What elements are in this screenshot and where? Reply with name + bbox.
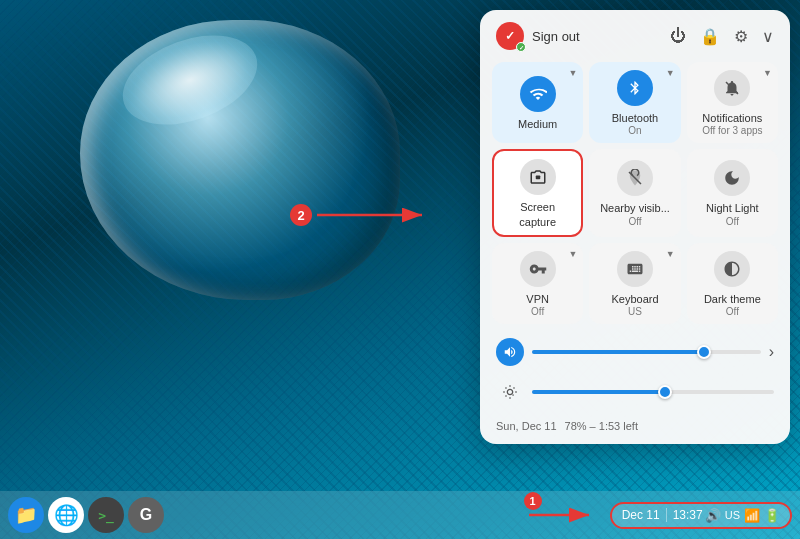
chevron-up-icon[interactable]: ∨ [762, 27, 774, 46]
wifi-dropdown-arrow[interactable]: ▼ [568, 68, 577, 78]
dark-theme-tile-label: Dark theme [704, 292, 761, 306]
taskbar: 📁 🌐 >_ G 1 Dec 11 13:37 [0, 491, 800, 539]
night-light-tile-sublabel: Off [726, 216, 739, 228]
brightness-slider-fill [532, 390, 665, 394]
files-app-icon[interactable]: 📁 [8, 497, 44, 533]
notifications-tile-icon [714, 70, 750, 106]
notifications-tile-label: Notifications [702, 111, 762, 125]
battery-date: Sun, Dec 11 [496, 420, 557, 432]
wifi-icon: 📶 [744, 508, 760, 523]
system-tray[interactable]: Dec 11 13:37 🔊 US 📶 🔋 [610, 502, 792, 529]
notifications-tile-sublabel: Off for 3 apps [702, 125, 762, 137]
tray-date: Dec 11 [622, 508, 660, 522]
sign-out-button[interactable]: Sign out [532, 29, 580, 44]
nearby-tile[interactable]: Nearby visib... Off [589, 149, 680, 237]
nearby-tile-icon [617, 160, 653, 196]
annotation-label-2: 2 [290, 204, 312, 226]
volume-expand-arrow[interactable]: › [769, 343, 774, 361]
brightness-slider-icon [496, 378, 524, 406]
wifi-tile-icon [520, 76, 556, 112]
battery-icon: 🔋 [764, 508, 780, 523]
brightness-slider-row [492, 374, 778, 410]
notifications-tile[interactable]: Notifications Off for 3 apps ▼ [687, 62, 778, 143]
nearby-tile-sublabel: Off [628, 216, 641, 228]
header-icons: ⏻ 🔒 ⚙ ∨ [670, 27, 774, 46]
volume-slider-track[interactable] [532, 350, 761, 354]
volume-slider-row: › [492, 334, 778, 370]
locale-label: US [725, 509, 740, 521]
keyboard-tile-sublabel: US [628, 306, 642, 318]
keyboard-tile[interactable]: Keyboard US ▼ [589, 243, 680, 324]
wifi-tile[interactable]: Medium ▼ [492, 62, 583, 143]
tray-time: 13:37 [673, 508, 703, 522]
svg-rect-3 [535, 176, 540, 180]
notifications-dropdown-arrow[interactable]: ▼ [763, 68, 772, 78]
keyboard-dropdown-arrow[interactable]: ▼ [666, 249, 675, 259]
brightness-slider-track[interactable] [532, 390, 774, 394]
annotation-2: 2 [290, 200, 432, 230]
quick-settings-panel: ✓ ✓ Sign out ⏻ 🔒 ⚙ ∨ Medium ▼ [480, 10, 790, 444]
volume-slider-thumb[interactable] [697, 345, 711, 359]
nearby-tile-label: Nearby visib... [600, 201, 670, 215]
dark-theme-tile[interactable]: Dark theme Off [687, 243, 778, 324]
vpn-tile-sublabel: Off [531, 306, 544, 318]
taskbar-apps: 📁 🌐 >_ G [8, 497, 524, 533]
night-light-tile[interactable]: Night Light Off [687, 149, 778, 237]
keyboard-tile-icon [617, 251, 653, 287]
bluetooth-tile[interactable]: Bluetooth On ▼ [589, 62, 680, 143]
annotation-label-1: 1 [524, 492, 542, 510]
screen-capture-tile-icon [520, 159, 556, 195]
power-icon[interactable]: ⏻ [670, 27, 686, 45]
chrome-app-icon[interactable]: 🌐 [48, 497, 84, 533]
terminal-app-icon[interactable]: >_ [88, 497, 124, 533]
qs-battery-info: Sun, Dec 11 78% – 1:53 left [492, 414, 778, 432]
vpn-tile-icon [520, 251, 556, 287]
volume-slider-icon [496, 338, 524, 366]
tray-separator [666, 508, 667, 522]
vpn-tile-label: VPN [526, 292, 549, 306]
brightness-slider-thumb[interactable] [658, 385, 672, 399]
bluetooth-tile-icon [617, 70, 653, 106]
user-avatar[interactable]: ✓ ✓ [496, 22, 524, 50]
bluetooth-tile-sublabel: On [628, 125, 641, 137]
tray-icons: 🔊 US 📶 🔋 [705, 508, 780, 523]
vpn-tile[interactable]: VPN Off ▼ [492, 243, 583, 324]
volume-slider-fill [532, 350, 704, 354]
dark-theme-tile-sublabel: Off [726, 306, 739, 318]
bluetooth-tile-label: Bluetooth [612, 111, 658, 125]
bluetooth-dropdown-arrow[interactable]: ▼ [666, 68, 675, 78]
wifi-tile-label: Medium [518, 117, 557, 131]
g-app-icon[interactable]: G [128, 497, 164, 533]
battery-percent: 78% – 1:53 left [565, 420, 638, 432]
settings-icon[interactable]: ⚙ [734, 27, 748, 46]
dark-theme-tile-icon [714, 251, 750, 287]
vpn-dropdown-arrow[interactable]: ▼ [568, 249, 577, 259]
night-light-tile-label: Night Light [706, 201, 759, 215]
qs-header: ✓ ✓ Sign out ⏻ 🔒 ⚙ ∨ [492, 22, 778, 50]
avatar-check: ✓ [516, 42, 526, 52]
night-light-tile-icon [714, 160, 750, 196]
keyboard-tile-label: Keyboard [611, 292, 658, 306]
screen-capture-tile[interactable]: Screencapture [492, 149, 583, 237]
screen-capture-tile-label: Screencapture [519, 200, 556, 229]
qs-tiles-grid: Medium ▼ Bluetooth On ▼ Notifications [492, 62, 778, 324]
volume-icon: 🔊 [705, 508, 721, 523]
lock-icon[interactable]: 🔒 [700, 27, 720, 46]
